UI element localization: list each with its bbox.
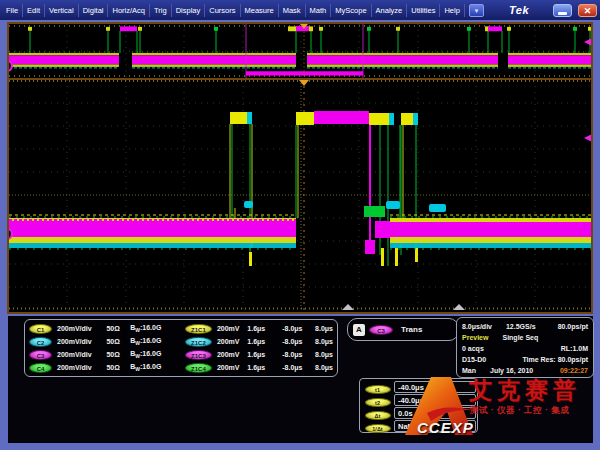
cursor-readout-panel: t1 -40.0μs t2 -40.0μs Δt 0.0s 1/Δt NaNHz [359,378,478,433]
channel-scale: 200mV/div [57,351,106,358]
zoom-position: -8.0μs [274,325,305,332]
clock-label: 09:22:27 [560,365,588,376]
trigger-source-badge[interactable]: C3 [369,325,393,335]
tek-logo: Tek [509,4,529,16]
zoom-position: -8.0μs [274,351,305,358]
menu-display[interactable]: Display [172,4,206,17]
timebase-readout-panel: 8.0μs/div 12.5GS/s 80.0ps/pt Preview Sin… [456,317,594,378]
record-length: RL:1.0M [561,343,588,354]
menu-trig[interactable]: Trig [150,4,172,17]
overview-grid [9,24,591,78]
menu-myscope[interactable]: MyScope [331,4,371,17]
channel-scale: 200mV/div [57,364,106,371]
zoom-per-div: 1.6μs [247,351,274,358]
cursor-value-t2: -40.0μs [394,394,476,406]
chevron-down-icon: ▼ [473,8,479,14]
close-icon: ✕ [584,6,592,16]
channel-row-c3: C3 200mV/div 50Ω BW:16.0G Z1C3 200mV 1.6… [29,348,333,361]
bottom-frame-tabs[interactable] [342,304,465,310]
acquisition-overview[interactable] [9,24,591,80]
overview-pulse-edges [30,30,590,53]
channel-bandwidth: BW:16.0G [130,363,175,372]
accexp-tagline: 测试 · 仪器 · 工控 · 集成 [470,405,569,417]
burst-2 [296,111,400,266]
overview-baseline-band [9,52,591,68]
channel-badge-c4[interactable]: C4 [29,363,52,373]
menu-math[interactable]: Math [306,4,332,17]
trigger-a-icon: A [353,324,365,336]
waveform-display[interactable] [7,22,593,314]
menu-vertical[interactable]: Vertical [45,4,79,17]
channel-scale: 200mV/div [57,338,106,345]
zoom-span: 8.0μs [304,364,333,371]
zoom-badge-z1c1[interactable]: Z1C1 [185,324,212,334]
zoom-span: 8.0μs [304,338,333,345]
zoom-position: -8.0μs [274,364,305,371]
zoom-per-div: 1.6μs [247,364,274,371]
trigger-level-marker-overview[interactable] [584,38,591,46]
minimize-icon [558,12,567,15]
channel-impedance: 50Ω [106,325,130,332]
menu-bar: File Edit Vertical Digital Horiz/Acq Tri… [0,0,600,20]
channel-bandwidth: BW:16.0G [130,337,175,346]
menu-horiz-acq[interactable]: Horiz/Acq [108,4,150,17]
channel-scale: 200mV/div [57,325,106,332]
channel-badge-c2[interactable]: C2 [29,337,52,347]
channel-badge-c1[interactable]: C1 [29,324,52,334]
zoom-per-div: 1.6μs [247,338,274,345]
trigger-type-label: Trans [401,325,422,334]
channel-row-c1: C1 200mV/div 50Ω BW:16.0G Z1C1 200mV 1.6… [29,322,333,335]
zoom-scale: 200mV [217,351,247,358]
zoom-scale: 200mV [217,325,247,332]
overview-pulse-tops [28,26,591,31]
zoom-scale: 200mV [217,364,247,371]
zoom-per-div: 1.6μs [247,325,274,332]
menu-help[interactable]: Help [440,4,464,17]
cursor-value-dt: 0.0s [394,407,476,419]
trigger-readout-panel[interactable]: A C3 Trans [347,318,459,341]
menu-analyze[interactable]: Analyze [372,4,408,17]
menu-measure[interactable]: Measure [241,4,279,17]
zoom-badge-z1c3[interactable]: Z1C3 [185,350,212,360]
cursor-badge-inv-dt[interactable]: 1/Δt [365,424,391,433]
cursor-row-inv-dt: 1/Δt NaNHz [361,419,476,432]
digital-bus-label: D15-D0 [462,354,486,365]
sample-rate: 12.5GS/s [506,321,536,332]
channel-bandwidth: BW:16.0G [130,324,175,333]
main-waveform [9,80,591,310]
trigger-position-marker [300,24,308,78]
menu-utilities[interactable]: Utilities [407,4,440,17]
menu-digital[interactable]: Digital [79,4,109,17]
channel-impedance: 50Ω [106,364,130,371]
channel-row-c2: C2 200mV/div 50Ω BW:16.0G Z1C2 200mV 1.6… [29,335,333,348]
cursor-value-t1: -40.0μs [394,381,476,393]
channel-row-c4: C4 200mV/div 50Ω BW:16.0G Z1C4 200mV 1.6… [29,361,333,374]
menu-overflow-button[interactable]: ▼ [469,4,484,17]
zoom-badge-z1c4[interactable]: Z1C4 [185,363,212,373]
minimize-button[interactable] [553,4,572,17]
zoom-window-view[interactable] [9,80,591,310]
zoom-badge-z1c2[interactable]: Z1C2 [185,337,212,347]
menu-cursors[interactable]: Cursors [205,4,240,17]
channel-impedance: 50Ω [106,351,130,358]
menu-edit[interactable]: Edit [23,4,45,17]
zoom-span: 8.0μs [304,325,333,332]
acq-mode-preview: Preview [462,332,488,343]
trigger-level-marker-main[interactable] [584,134,591,142]
channel-bandwidth: BW:16.0G [130,350,175,359]
acq-count: 0 acqs [462,343,484,354]
channel-badge-c3[interactable]: C3 [29,350,52,360]
baseline-band-left [9,215,296,249]
timebase-scale: 8.0μs/div [462,321,492,332]
overview-tick-rows [9,26,591,76]
sample-resolution: 80.0ps/pt [558,321,588,332]
menu-file[interactable]: File [2,4,23,17]
cursor-value-inv-dt: NaNHz [394,420,476,432]
accexp-cjk-name: 艾克赛普 [469,375,581,406]
close-button[interactable]: ✕ [578,4,597,17]
menu-mask[interactable]: Mask [279,4,306,17]
time-resolution: Time Res: 80.0ps/pt [522,354,588,365]
zoom-span: 8.0μs [304,351,333,358]
readout-area: C1 200mV/div 50Ω BW:16.0G Z1C1 200mV 1.6… [0,316,600,443]
channel-impedance: 50Ω [106,338,130,345]
